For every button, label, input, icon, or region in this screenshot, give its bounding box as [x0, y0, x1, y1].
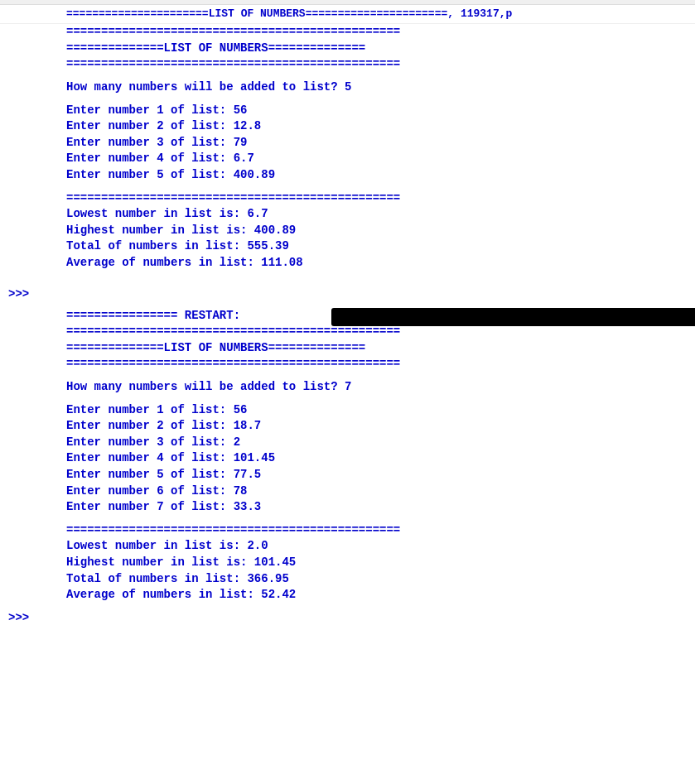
result-lowest-1: Lowest number in list is: 6.7: [66, 206, 687, 223]
entry-2-4: Enter number 4 of list: 101.45: [66, 450, 687, 467]
terminal-body: ========================================…: [0, 24, 695, 286]
result-highest-2: Highest number in list is: 101.45: [66, 555, 687, 571]
separator-restart-2: ========================================…: [66, 356, 687, 373]
result-average-1: Average of numbers in list: 111.08: [66, 255, 687, 272]
prompt-symbol-1: >>>: [8, 286, 29, 303]
entry-2-2: Enter number 2 of list: 18.7: [66, 418, 687, 435]
separator-line-1: ========================================…: [66, 24, 687, 41]
entry-1-2: Enter number 2 of list: 12.8: [66, 118, 687, 135]
entry-2-3: Enter number 3 of list: 2: [66, 435, 687, 451]
prompt-count-2: How many numbers will be added to list? …: [66, 379, 687, 396]
result-total-1: Total of numbers in list: 555.39: [66, 238, 687, 255]
separator-line-3: ========================================…: [66, 190, 687, 207]
result-average-2: Average of numbers in list: 52.42: [66, 587, 687, 604]
entry-2-6: Enter number 6 of list: 78: [66, 483, 687, 500]
entry-1-5: Enter number 5 of list: 400.89: [66, 167, 687, 184]
result-highest-1: Highest number in list is: 400.89: [66, 223, 687, 239]
terminal-window: ======================LIST OF NUMBERS===…: [0, 0, 695, 784]
entry-2-7: Enter number 7 of list: 33.3: [66, 499, 687, 516]
result-lowest-2: Lowest number in list is: 2.0: [66, 538, 687, 555]
prompt-row-1: >>>: [0, 286, 695, 308]
separator-line-2: ========================================…: [66, 56, 687, 73]
separator-restart-1: ========================================…: [66, 324, 687, 340]
separator-restart-3: ========================================…: [66, 522, 687, 539]
entry-1-4: Enter number 4 of list: 6.7: [66, 151, 687, 167]
prompt-symbol-2: >>>: [8, 610, 29, 627]
result-total-2: Total of numbers in list: 366.95: [66, 571, 687, 588]
prompt-count-1: How many numbers will be added to list? …: [66, 79, 687, 96]
list-header-2: ==============LIST OF NUMBERS===========…: [66, 340, 687, 357]
list-header-1: ==============LIST OF NUMBERS===========…: [66, 41, 687, 57]
redacted-path: [331, 308, 695, 326]
prompt-row-2: >>>: [0, 610, 695, 632]
truncated-header: ======================LIST OF NUMBERS===…: [66, 7, 512, 20]
entry-2-1: Enter number 1 of list: 56: [66, 402, 687, 419]
entry-1-1: Enter number 1 of list: 56: [66, 103, 687, 119]
entry-1-3: Enter number 3 of list: 79: [66, 135, 687, 152]
entry-2-5: Enter number 5 of list: 77.5: [66, 467, 687, 483]
